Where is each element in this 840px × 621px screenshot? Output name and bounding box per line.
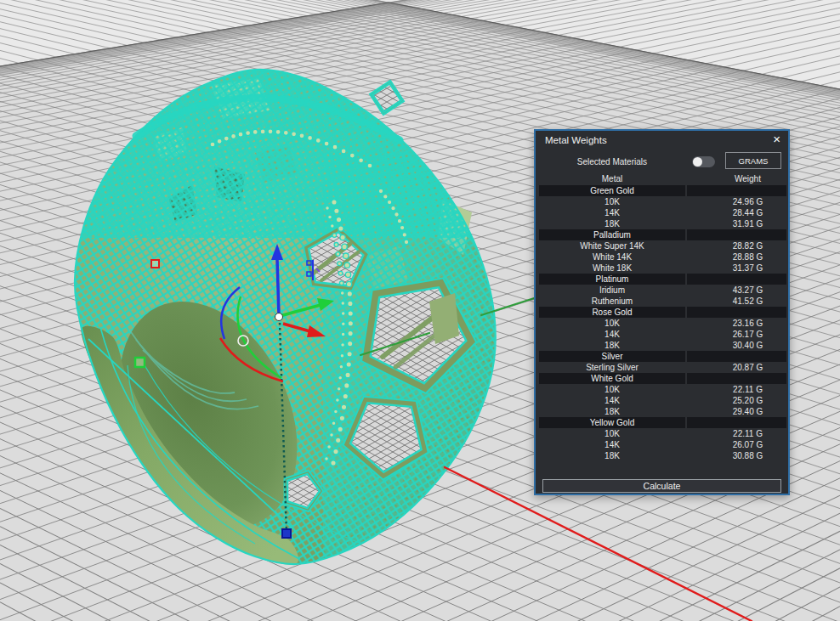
category-row: Yellow Gold [536, 417, 788, 428]
control-point-green[interactable] [135, 358, 145, 367]
metal-weight: 28.82 G [687, 240, 786, 251]
metal-row[interactable]: 18K29.40 G [536, 406, 788, 417]
metal-row[interactable]: Iridium43.27 G [536, 285, 788, 296]
category-row: Green Gold [536, 185, 788, 196]
unit-button[interactable]: GRAMS [725, 152, 781, 169]
category-weight [687, 229, 786, 240]
category-row: White Gold [536, 373, 788, 384]
category-row: Silver [536, 351, 788, 362]
category-row: Platinum [536, 274, 788, 285]
metal-name: Ruthenium [539, 296, 685, 307]
metal-row[interactable]: White 18K31.37 G [536, 263, 788, 274]
metal-name: 14K [539, 395, 685, 406]
metal-row[interactable]: 14K26.07 G [536, 439, 788, 450]
metal-row[interactable]: White Super 14K28.82 G [536, 240, 788, 251]
metal-weight: 26.07 G [687, 439, 786, 450]
category-weight [687, 274, 786, 285]
metal-name: 18K [539, 406, 685, 417]
category-name: Rose Gold [539, 307, 685, 318]
metal-name: 10K [539, 428, 685, 439]
metal-row[interactable]: 18K30.88 G [536, 450, 788, 461]
metal-weight: 30.88 G [687, 450, 786, 461]
category-weight [687, 373, 786, 384]
category-row: Palladium [536, 229, 788, 240]
metal-name: 14K [539, 439, 685, 450]
metal-row[interactable]: 18K30.40 G [536, 340, 788, 351]
metal-weight: 43.27 G [687, 285, 786, 296]
metal-weight: 20.87 G [687, 362, 786, 373]
metal-weight: 22.11 G [687, 428, 786, 439]
metal-weight: 22.11 G [687, 384, 786, 395]
metal-name: White 18K [539, 263, 685, 274]
metal-weight: 26.17 G [687, 329, 786, 340]
metal-name: 14K [539, 329, 685, 340]
metal-row[interactable]: Sterling Silver20.87 G [536, 362, 788, 373]
metal-name: White 14K [539, 251, 685, 263]
calculate-button[interactable]: Calculate [542, 479, 781, 493]
metal-weight: 23.16 G [687, 318, 786, 329]
metal-row[interactable]: 10K22.11 G [536, 384, 788, 395]
metal-weight: 31.91 G [687, 218, 786, 229]
panel-title: Metal Weights [545, 135, 607, 145]
category-name: White Gold [539, 373, 685, 384]
metal-weight: 30.40 G [687, 340, 786, 351]
metal-weights-panel: Metal Weights × Selected Materials GRAMS… [534, 129, 790, 495]
metal-name: 18K [539, 450, 685, 461]
selected-materials-label: Selected Materials [577, 157, 647, 167]
metal-weight-table: Green Gold10K24.96 G14K28.44 G18K31.91 G… [536, 185, 788, 461]
column-header-metal: Metal [539, 174, 685, 185]
metal-name: White Super 14K [539, 240, 685, 251]
metal-weight: 25.20 G [687, 395, 786, 406]
category-weight [687, 185, 786, 196]
metal-row[interactable]: 10K23.16 G [536, 318, 788, 329]
panel-controls: Selected Materials GRAMS [536, 151, 788, 172]
category-name: Palladium [539, 229, 685, 240]
gumball-origin[interactable] [275, 313, 283, 321]
category-name: Platinum [539, 274, 685, 285]
metal-name: 14K [539, 207, 685, 218]
metal-row[interactable]: Ruthenium41.52 G [536, 296, 788, 307]
control-point-red[interactable] [151, 260, 159, 268]
metal-row[interactable]: 14K25.20 G [536, 395, 788, 406]
extrude-handle[interactable] [282, 529, 291, 538]
table-header: Metal Weight [536, 174, 788, 185]
app-viewport: Metal Weights × Selected Materials GRAMS… [0, 0, 840, 621]
metal-row[interactable]: 14K28.44 G [536, 207, 788, 218]
category-row: Rose Gold [536, 307, 788, 318]
metal-weight: 28.88 G [687, 251, 786, 263]
metal-name: 10K [539, 318, 685, 329]
category-name: Yellow Gold [539, 417, 685, 428]
metal-row[interactable]: 10K24.96 G [536, 196, 788, 207]
metal-name: Iridium [539, 285, 685, 296]
metal-weight: 29.40 G [687, 406, 786, 417]
column-header-weight: Weight [687, 174, 786, 185]
metal-name: 10K [539, 196, 685, 207]
metal-name: 18K [539, 218, 685, 229]
metal-row[interactable]: White 14K28.88 G [536, 251, 788, 263]
category-weight [687, 351, 786, 362]
category-weight [687, 417, 786, 428]
metal-name: Sterling Silver [539, 362, 685, 373]
metal-weight: 28.44 G [687, 207, 786, 218]
selected-materials-toggle[interactable] [692, 156, 715, 167]
metal-weight: 24.96 G [687, 196, 786, 207]
metal-row[interactable]: 14K26.17 G [536, 329, 788, 340]
metal-row[interactable]: 10K22.11 G [536, 428, 788, 439]
metal-name: 10K [539, 384, 685, 395]
close-icon[interactable]: × [773, 133, 780, 146]
category-weight [687, 307, 786, 318]
metal-name: 18K [539, 340, 685, 351]
metal-row[interactable]: 18K31.91 G [536, 218, 788, 229]
metal-weight: 31.37 G [687, 263, 786, 274]
category-name: Green Gold [539, 185, 685, 196]
metal-weight: 41.52 G [687, 296, 786, 307]
toggle-knob [693, 157, 702, 167]
category-name: Silver [539, 351, 685, 362]
